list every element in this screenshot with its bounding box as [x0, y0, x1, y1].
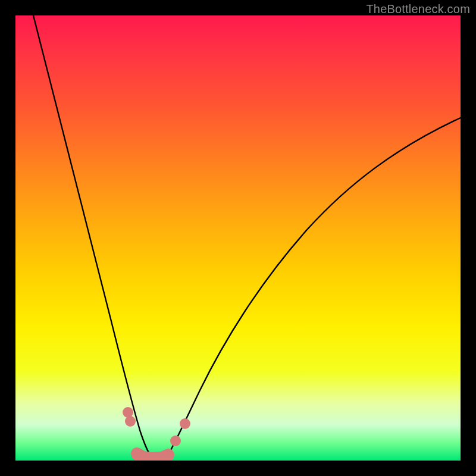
- left-curve: [33, 15, 154, 459]
- valley-end-cap: [162, 449, 174, 461]
- chart-frame: TheBottleneck.com: [0, 0, 476, 476]
- right-curve: [165, 118, 461, 459]
- plot-area: [15, 15, 461, 461]
- data-point: [170, 436, 181, 446]
- watermark-text: TheBottleneck.com: [366, 2, 470, 16]
- data-point: [180, 418, 190, 429]
- chart-canvas: [15, 15, 461, 461]
- data-point: [125, 416, 136, 427]
- valley-end-cap: [131, 447, 143, 459]
